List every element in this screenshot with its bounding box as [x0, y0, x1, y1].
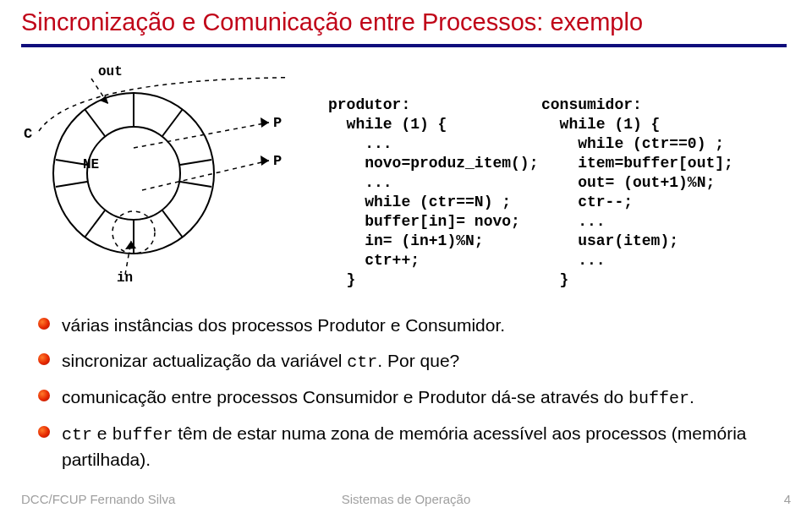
label-p1: P — [273, 115, 282, 131]
svg-marker-3 — [261, 156, 269, 166]
bullet-3-mono: buffer — [628, 389, 689, 408]
bullet-1: várias instâncias dos processos Produtor… — [38, 313, 782, 338]
title-underline — [21, 44, 787, 47]
bullet-2-mono: ctr — [347, 352, 377, 372]
bullet-4-text-b: e — [92, 423, 112, 443]
label-in: in — [117, 270, 133, 283]
bullet-2-text-a: sincronizar actualização da variável — [62, 351, 347, 370]
footer-center: Sistemas de Operação — [0, 492, 812, 506]
bullet-3-text-a: comunicação entre processos Consumidor e… — [62, 387, 628, 407]
footer-page-number: 4 — [784, 492, 791, 506]
code-consumidor: consumidor: while (1) { while (ctr==0) ;… — [541, 96, 733, 290]
code-produtor: produtor: while (1) { ... novo=produz_it… — [328, 96, 538, 290]
bullet-4: ctr e buffer têm de estar numa zona de m… — [38, 421, 782, 472]
buffer-diagram: out in C NE P P — [24, 63, 286, 283]
slide-title: Sincronização e Comunicação entre Proces… — [21, 8, 643, 36]
svg-line-10 — [180, 182, 211, 187]
bullet-2: sincronizar actualização da variável ctr… — [38, 348, 782, 374]
label-out: out — [98, 64, 123, 79]
svg-point-5 — [87, 127, 180, 220]
bullet-4-mono-c: buffer — [112, 425, 173, 445]
svg-marker-20 — [125, 241, 136, 249]
svg-line-8 — [162, 109, 183, 136]
svg-line-0 — [134, 123, 269, 148]
svg-line-13 — [85, 210, 105, 237]
bullet-1-text: várias instâncias dos processos Produtor… — [62, 315, 505, 335]
svg-line-9 — [180, 160, 211, 165]
svg-marker-2 — [261, 117, 269, 128]
svg-line-16 — [85, 109, 105, 136]
bullet-list: várias instâncias dos processos Produtor… — [38, 313, 782, 483]
bullet-2-text-b: . Por que? — [377, 351, 459, 370]
label-p2: P — [273, 153, 282, 169]
label-c: C — [24, 126, 32, 142]
bullet-3: comunicação entre processos Consumidor e… — [38, 385, 782, 411]
label-ne: NE — [83, 157, 99, 172]
slide: Sincronização e Comunicação entre Proces… — [0, 0, 812, 513]
svg-line-11 — [162, 210, 183, 237]
bullet-3-text-b: . — [689, 387, 694, 407]
svg-line-14 — [56, 182, 87, 187]
bullet-4-mono-a: ctr — [62, 425, 92, 445]
